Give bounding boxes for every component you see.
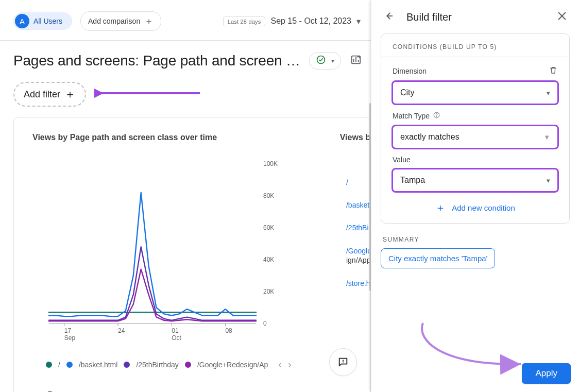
legend-swatch xyxy=(66,362,73,368)
svg-point-28 xyxy=(436,116,437,117)
svg-text:100K: 100K xyxy=(263,160,278,167)
customize-report-icon[interactable] xyxy=(350,54,362,67)
legend-item-label: /Google+Redesign/Ap xyxy=(197,361,268,369)
matchtype-select[interactable]: exactly matches ▼ xyxy=(393,126,558,148)
all-users-chip[interactable]: A All Users xyxy=(13,12,72,30)
plus-icon: ＋ xyxy=(64,87,76,102)
svg-text:Sep: Sep xyxy=(64,334,76,342)
matchtype-value: exactly matches xyxy=(400,132,459,142)
help-icon[interactable] xyxy=(433,111,440,121)
add-comparison-chip[interactable]: Add comparison ＋ xyxy=(80,11,161,31)
date-range-preset: Last 28 days xyxy=(223,16,266,26)
apply-label: Apply xyxy=(535,368,557,378)
apply-button[interactable]: Apply xyxy=(522,363,571,384)
series-link[interactable]: / xyxy=(346,178,371,186)
dimension-label: Dimension xyxy=(393,67,427,75)
matchtype-label: Match Type xyxy=(393,112,430,120)
report-card: Views by Page path and screen class over… xyxy=(13,117,371,392)
line-chart: 020K40K60K80K100K17Sep2401Oct08 xyxy=(45,159,292,344)
svg-point-0 xyxy=(317,56,325,64)
svg-text:08: 08 xyxy=(225,327,232,334)
legend: //basket.html/25thBirthday/Google+Redesi… xyxy=(46,359,292,370)
series-link-cont: ign/App xyxy=(346,256,370,264)
conditions-title: CONDITIONS (BUILD UP TO 5) xyxy=(381,34,569,57)
value-select[interactable]: Tampa ▾ xyxy=(393,169,558,192)
summary-chip[interactable]: City exactly matches 'Tampa' xyxy=(381,248,495,268)
delete-condition-icon[interactable] xyxy=(549,65,558,76)
summary-text: City exactly matches 'Tampa' xyxy=(388,254,487,263)
legend-pager[interactable]: ‹› xyxy=(278,359,291,370)
legend-swatch xyxy=(46,362,52,368)
table-footer: Search Rows per page: 10 ▾ Go tc xyxy=(46,389,371,392)
svg-text:80K: 80K xyxy=(263,192,274,199)
panel-title: Build filter xyxy=(406,11,544,23)
series-link[interactable]: /basket xyxy=(346,201,371,209)
add-filter-label: Add filter xyxy=(24,89,60,100)
summary-label: SUMMARY xyxy=(381,236,570,243)
search-icon[interactable] xyxy=(46,389,55,392)
close-icon[interactable] xyxy=(556,10,568,24)
dimension-select[interactable]: City ▾ xyxy=(393,81,558,104)
feedback-icon[interactable] xyxy=(329,348,357,376)
svg-text:40K: 40K xyxy=(263,256,274,263)
annotation-arrow-icon xyxy=(94,87,202,101)
series-list: / /basket /25thBi /Googleign/App /store.… xyxy=(346,178,371,287)
caret-down-icon: ▾ xyxy=(331,57,334,64)
legend-item-label: /25thBirthday xyxy=(136,361,179,369)
date-range-text: Sep 15 - Oct 12, 2023 xyxy=(270,16,351,26)
conditions-card: CONDITIONS (BUILD UP TO 5) Dimension Cit… xyxy=(381,33,570,224)
series-link[interactable]: /Google xyxy=(346,247,371,255)
caret-down-icon: ▼ xyxy=(543,133,550,141)
caret-down-icon: ▾ xyxy=(547,177,550,184)
dimension-value: City xyxy=(400,88,415,97)
svg-text:20K: 20K xyxy=(263,288,274,295)
legend-swatch xyxy=(124,362,130,368)
report-status-pill[interactable]: ▾ xyxy=(309,52,341,70)
legend-item-label: /basket.html xyxy=(79,361,117,369)
svg-text:60K: 60K xyxy=(263,224,274,231)
page-title: Pages and screens: Page path and screen … xyxy=(13,53,302,69)
all-users-label: All Users xyxy=(33,17,62,25)
filter-panel: Build filter CONDITIONS (BUILD UP TO 5) … xyxy=(371,0,579,392)
date-range[interactable]: Last 28 days Sep 15 - Oct 12, 2023 ▾ xyxy=(223,16,361,26)
svg-text:17: 17 xyxy=(64,327,72,334)
annotation-arrow-icon xyxy=(402,319,531,378)
plus-icon: ＋ xyxy=(435,201,446,215)
caret-down-icon: ▾ xyxy=(547,89,550,97)
add-condition-button[interactable]: ＋ Add new condition xyxy=(393,201,558,215)
svg-text:24: 24 xyxy=(118,327,125,334)
chevron-left-icon[interactable]: ‹ xyxy=(278,359,282,370)
chevron-right-icon[interactable]: › xyxy=(288,359,292,370)
svg-text:01: 01 xyxy=(172,327,179,334)
caret-down-icon: ▾ xyxy=(356,16,361,26)
plus-icon: ＋ xyxy=(144,15,154,27)
svg-point-21 xyxy=(343,362,344,363)
value-label: Value xyxy=(393,156,411,164)
legend-swatch xyxy=(185,362,191,368)
svg-text:0: 0 xyxy=(263,320,267,327)
avatar: A xyxy=(15,14,29,28)
add-filter-button[interactable]: Add filter ＋ xyxy=(13,82,86,107)
checkmark-icon xyxy=(316,55,326,67)
back-icon[interactable] xyxy=(383,10,394,24)
value-value: Tampa xyxy=(400,176,425,185)
series-link[interactable]: /25thBi xyxy=(346,224,371,232)
series-link[interactable]: /store.h xyxy=(346,279,371,287)
svg-text:Oct: Oct xyxy=(172,334,181,342)
add-comparison-label: Add comparison xyxy=(88,17,140,25)
secondary-chart-title: Views b xyxy=(340,133,370,142)
chart-title: Views by Page path and screen class over… xyxy=(32,133,217,142)
legend-item-label: / xyxy=(58,361,60,369)
add-condition-label: Add new condition xyxy=(452,203,515,212)
